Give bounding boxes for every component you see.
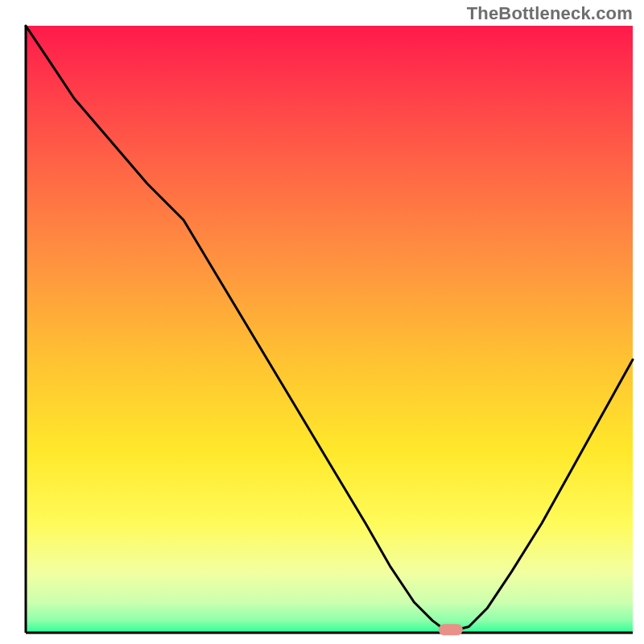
chart-container: TheBottleneck.com — [0, 0, 644, 644]
gradient-background — [26, 26, 633, 633]
bottleneck-chart — [0, 0, 644, 644]
minimum-marker — [439, 624, 463, 635]
